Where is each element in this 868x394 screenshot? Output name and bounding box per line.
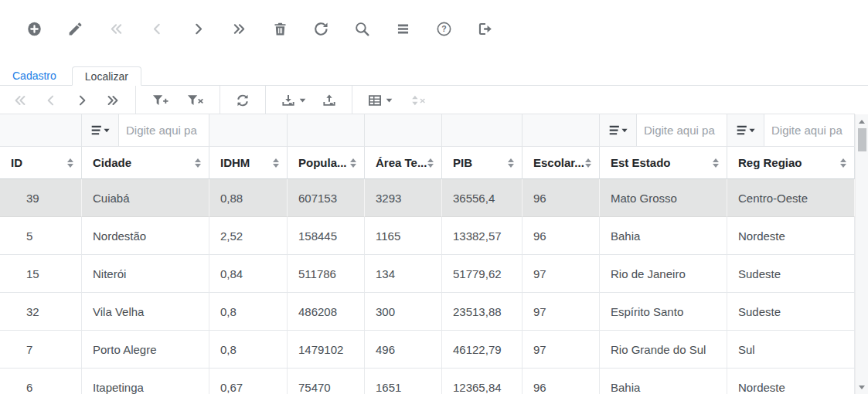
table-cell[interactable]: Porto Alegre: [82, 331, 209, 369]
filter-menu-button-est-estado[interactable]: [600, 114, 637, 146]
table-cell[interactable]: Nordeste: [727, 217, 855, 255]
table-cell[interactable]: Mato Grosso: [600, 179, 727, 217]
import-button[interactable]: [322, 93, 337, 108]
table-cell[interactable]: 496: [365, 331, 442, 369]
table-cell[interactable]: 32: [0, 293, 82, 331]
table-cell[interactable]: 51779,62: [442, 255, 523, 293]
table-cell[interactable]: Rio de Janeiro: [600, 255, 727, 293]
table-cell[interactable]: 96: [523, 369, 600, 394]
refresh-grid-button[interactable]: [235, 93, 250, 108]
table-cell[interactable]: Nordeste: [727, 369, 855, 394]
table-cell[interactable]: 3293: [365, 179, 442, 217]
table-cell[interactable]: Bahia: [600, 369, 727, 394]
last-page-button[interactable]: [105, 93, 121, 108]
last-button[interactable]: [231, 21, 247, 37]
table-cell[interactable]: 0,88: [209, 179, 288, 217]
table-row[interactable]: 32Vila Velha0,848620830023513,8897Espíri…: [0, 293, 855, 331]
table-cell[interactable]: 0,67: [209, 369, 288, 394]
column-header-escolar[interactable]: Escolar...: [523, 147, 600, 179]
next-button[interactable]: [190, 21, 206, 37]
add-filter-button[interactable]: [151, 93, 170, 108]
delete-button[interactable]: [272, 21, 288, 37]
table-cell[interactable]: 15: [0, 255, 82, 293]
table-cell[interactable]: 300: [365, 293, 442, 331]
filter-input-cidade[interactable]: [119, 114, 209, 146]
table-row[interactable]: 39Cuiabá0,88607153329336556,496Mato Gros…: [0, 179, 855, 217]
vertical-scrollbar[interactable]: [855, 114, 868, 394]
column-header-est-estado[interactable]: Est Estado: [600, 147, 727, 179]
column-header-id[interactable]: ID: [0, 147, 82, 179]
table-cell[interactable]: 1479102: [288, 331, 365, 369]
table-cell[interactable]: 0,8: [209, 331, 288, 369]
table-cell[interactable]: 97: [523, 255, 600, 293]
scrollbar-thumb[interactable]: [858, 128, 866, 151]
filter-menu-button-reg-regiao[interactable]: [727, 114, 764, 146]
filter-input-reg-regiao[interactable]: [764, 114, 854, 146]
column-header-pib[interactable]: PIB: [442, 147, 523, 179]
first-page-button[interactable]: [12, 93, 28, 108]
table-cell[interactable]: 0,8: [209, 293, 288, 331]
next-page-button[interactable]: [74, 93, 90, 108]
table-cell[interactable]: 2,52: [209, 217, 288, 255]
scroll-up-button[interactable]: [856, 115, 868, 127]
table-cell[interactable]: 46122,79: [442, 331, 523, 369]
table-cell[interactable]: 511786: [288, 255, 365, 293]
first-button[interactable]: [108, 21, 124, 37]
previous-button[interactable]: [149, 21, 165, 37]
table-cell[interactable]: Sudeste: [727, 293, 855, 331]
table-cell[interactable]: Niterói: [82, 255, 209, 293]
table-cell[interactable]: Nordestão: [82, 217, 209, 255]
table-cell[interactable]: Cuiabá: [82, 179, 209, 217]
table-row[interactable]: 15Niterói0,8451178613451779,6297Rio de J…: [0, 255, 855, 293]
edit-button[interactable]: [67, 21, 83, 37]
table-cell[interactable]: Centro-Oeste: [727, 179, 855, 217]
refresh-button[interactable]: [313, 21, 329, 37]
table-cell[interactable]: Rio Grande do Sul: [600, 331, 727, 369]
table-cell[interactable]: 36556,4: [442, 179, 523, 217]
column-header-reg-regiao[interactable]: Reg Regiao: [727, 147, 855, 179]
table-cell[interactable]: Bahia: [600, 217, 727, 255]
table-cell[interactable]: 96: [523, 179, 600, 217]
filter-menu-button-cidade[interactable]: [82, 114, 119, 146]
column-header-idhm[interactable]: IDHM: [209, 147, 288, 179]
table-cell[interactable]: 23513,88: [442, 293, 523, 331]
table-cell[interactable]: Sudeste: [727, 255, 855, 293]
scroll-down-button[interactable]: [856, 381, 868, 393]
tab-cadastro[interactable]: Cadastro: [0, 66, 69, 85]
table-cell[interactable]: Itapetinga: [82, 369, 209, 394]
table-cell[interactable]: 486208: [288, 293, 365, 331]
table-cell[interactable]: 39: [0, 179, 82, 217]
search-button[interactable]: [354, 21, 370, 37]
table-row[interactable]: 6Itapetinga0,6775470165112365,8496BahiaN…: [0, 369, 855, 394]
table-cell[interactable]: 97: [523, 331, 600, 369]
tab-localizar[interactable]: Localizar: [72, 66, 141, 86]
table-cell[interactable]: 7: [0, 331, 82, 369]
table-cell[interactable]: 134: [365, 255, 442, 293]
export-button[interactable]: [281, 93, 306, 108]
table-cell[interactable]: 5: [0, 217, 82, 255]
table-cell[interactable]: Sul: [727, 331, 855, 369]
table-row[interactable]: 7Porto Alegre0,8147910249646122,7997Rio …: [0, 331, 855, 369]
table-cell[interactable]: 0,84: [209, 255, 288, 293]
column-header-cidade[interactable]: Cidade: [82, 147, 209, 179]
table-cell[interactable]: 6: [0, 369, 82, 394]
remove-filter-button[interactable]: [186, 93, 205, 108]
table-cell[interactable]: 12365,84: [442, 369, 523, 394]
clear-sort-button[interactable]: [408, 93, 427, 108]
table-row[interactable]: 5Nordestão2,52158445116513382,5796BahiaN…: [0, 217, 855, 255]
table-cell[interactable]: Espírito Santo: [600, 293, 727, 331]
column-header-rea-te[interactable]: Área Te...: [365, 147, 442, 179]
table-cell[interactable]: 1651: [365, 369, 442, 394]
table-cell[interactable]: 96: [523, 217, 600, 255]
menu-button[interactable]: [395, 21, 411, 37]
table-cell[interactable]: 607153: [288, 179, 365, 217]
table-cell[interactable]: 75470: [288, 369, 365, 394]
table-cell[interactable]: 158445: [288, 217, 365, 255]
filter-input-est-estado[interactable]: [637, 114, 727, 146]
table-cell[interactable]: 97: [523, 293, 600, 331]
column-header-popula[interactable]: Popula...: [288, 147, 365, 179]
add-button[interactable]: [26, 21, 43, 37]
table-cell[interactable]: 1165: [365, 217, 442, 255]
help-button[interactable]: ?: [436, 21, 452, 37]
table-cell[interactable]: Vila Velha: [82, 293, 209, 331]
